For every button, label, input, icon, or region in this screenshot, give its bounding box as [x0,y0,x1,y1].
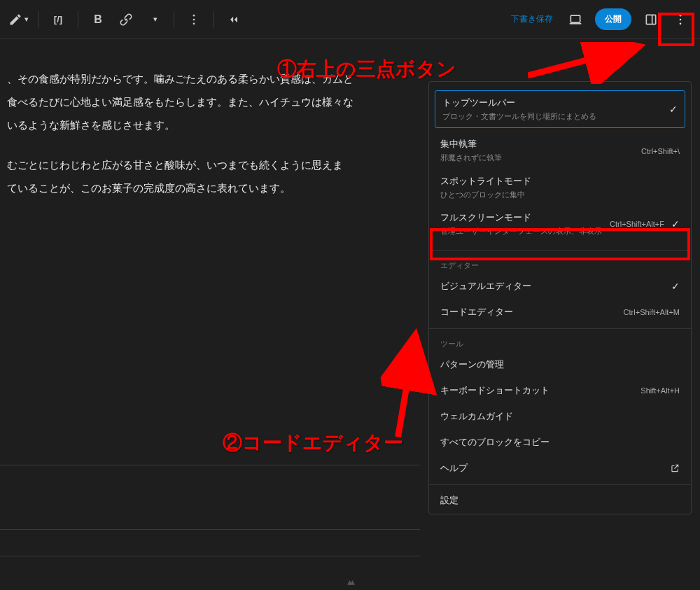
menu-shortcut: Ctrl+Shift+Alt+F [610,220,664,228]
menu-item-title: パターンの管理 [440,359,680,371]
publish-button[interactable]: 公開 [595,8,631,30]
menu-fullscreen-mode[interactable]: フルスクリーンモード 管理ユーザーインターフェースの表示、非表示 Ctrl+Sh… [429,206,691,242]
chevrons-left-icon [227,13,241,27]
separator [38,11,38,28]
settings-panel-button[interactable] [638,7,664,32]
svg-point-1 [193,18,195,20]
separator [78,11,78,28]
menu-shortcut: Ctrl+Shift+\ [641,147,680,155]
block-divider [0,529,420,530]
separator [174,11,174,28]
paragraph-line: ていることが、このお菓子の完成度の高さに表れています。 [7,182,290,194]
svg-point-8 [680,22,682,24]
menu-section-label: エディター [429,253,691,274]
external-link-icon [670,463,680,473]
menu-shortcut: Ctrl+Shift+Alt+M [624,308,680,316]
menu-item-subtitle: 管理ユーザーインターフェースの表示、非表示 [440,226,604,237]
paragraph-line: むごとにじわじわと広がる甘さと酸味が、いつまでも続くように思えま [7,159,343,171]
menu-patterns[interactable]: パターンの管理 [429,352,691,378]
svg-point-7 [680,18,682,20]
block-divider [0,465,420,465]
menu-item-title: ビジュアルエディター [440,281,664,293]
menu-code-editor[interactable]: コードエディター Ctrl+Shift+Alt+M [429,300,691,325]
svg-line-10 [381,335,433,437]
shortcode-button[interactable]: [/] [46,7,71,32]
save-draft-button[interactable]: 下書き保存 [504,13,560,25]
menu-welcome-guide[interactable]: ウェルカムガイド [429,404,691,430]
device-icon [568,13,582,27]
menu-item-title: キーボードショートカット [440,385,635,397]
menu-item-title: 集中執筆 [440,138,636,150]
svg-rect-4 [646,15,655,24]
menu-item-title: フルスクリーンモード [440,211,604,224]
menu-help[interactable]: ヘルプ [429,456,691,482]
menu-spotlight-mode[interactable]: スポットライトモード ひとつのブロックに集中 [429,169,691,206]
annotation-arrow-1 [528,42,654,84]
menu-top-toolbar[interactable]: トップツールバー ブロック・文書ツールを同じ場所にまとめる ✓ [435,90,685,128]
menu-separator [429,250,691,251]
options-menu-button[interactable] [666,6,694,34]
svg-point-0 [193,14,195,16]
menu-shortcut: Shift+Alt+H [640,386,680,395]
separator [214,11,214,28]
paragraph-line: 食べるたびに心地よい満足感をもたらします。また、ハイチュウは様々な [7,96,354,108]
menu-item-title: ヘルプ [440,463,670,475]
menu-item-subtitle: ひとつのブロックに集中 [440,190,680,200]
menu-item-title: ウェルカムガイド [440,411,680,423]
menu-visual-editor[interactable]: ビジュアルエディター ✓ [429,274,691,300]
options-dropdown: トップツールバー ブロック・文書ツールを同じ場所にまとめる ✓ 集中執筆 邪魔さ… [428,81,692,514]
menu-item-title: 設定 [440,495,680,507]
collapse-toolbar-button[interactable] [221,7,246,32]
check-icon: ✓ [669,104,678,115]
pencil-tool-button[interactable]: ▾ [6,7,31,32]
chevron-down-icon: ▾ [153,15,158,24]
svg-point-2 [193,22,195,24]
menu-item-title: すべてのブロックをコピー [440,437,680,449]
menu-separator [429,328,691,329]
svg-rect-3 [570,15,580,22]
menu-item-subtitle: ブロック・文書ツールを同じ場所にまとめる [442,111,662,122]
block-more-button[interactable] [181,7,206,32]
link-icon [119,13,133,27]
more-formatting-button[interactable]: ▾ [141,7,167,32]
svg-line-9 [528,46,640,76]
menu-item-subtitle: 邪魔されずに執筆 [440,153,636,163]
bold-button[interactable]: B [85,7,111,32]
menu-focus-mode[interactable]: 集中執筆 邪魔されずに執筆 Ctrl+Shift+\ [429,132,691,169]
menu-keyboard-shortcuts[interactable]: キーボードショートカット Shift+Alt+H [429,378,691,404]
sidebar-icon [644,13,658,27]
annotation-text-2: ②コードエディター [223,430,403,456]
resize-handle-icon[interactable]: ▴▴ [347,576,353,587]
block-divider [0,556,420,556]
menu-separator [429,484,691,485]
check-icon: ✓ [671,281,680,292]
preview-button[interactable] [563,7,588,32]
dots-vertical-icon [187,13,201,27]
check-icon: ✓ [671,218,680,230]
paragraph-line: いるような新鮮さを感じさせます。 [7,119,175,131]
chevron-down-icon: ▾ [24,15,29,24]
menu-item-title: スポットライトモード [440,175,680,188]
pencil-icon [8,13,22,27]
editor-toolbar: ▾ [/] B ▾ 下書き保存 公開 [0,0,700,39]
dots-vertical-icon [673,13,687,27]
annotation-text-1: ①右上の三点ボタン [277,56,456,83]
menu-item-title: トップツールバー [442,97,662,109]
svg-point-6 [680,14,682,16]
menu-section-label: ツール [429,332,691,352]
menu-preferences[interactable]: 設定 [429,488,691,514]
link-button[interactable] [113,7,139,32]
menu-copy-all-blocks[interactable]: すべてのブロックをコピー [429,430,691,456]
menu-item-title: コードエディター [440,307,618,318]
